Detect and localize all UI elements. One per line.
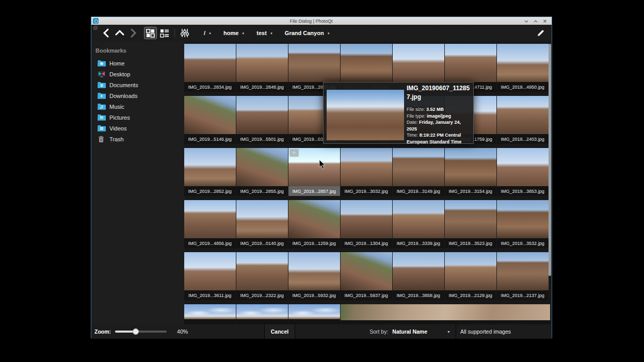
thumbnail-image bbox=[236, 44, 288, 82]
sidebar-item-home[interactable]: Home bbox=[95, 58, 184, 69]
thumbnail-cell[interactable] bbox=[184, 304, 236, 324]
thumbnail-cell[interactable]: IMG_2019...2848.jpg bbox=[236, 44, 288, 92]
minimize-icon[interactable] bbox=[524, 19, 529, 24]
thumbnail-label: IMG_2019...3149.jpg bbox=[393, 186, 444, 196]
close-icon[interactable] bbox=[542, 19, 548, 24]
folder-documents-icon bbox=[98, 81, 106, 89]
back-button[interactable] bbox=[100, 26, 113, 40]
thumbnail-label: IMG_2019...1259.jpg bbox=[288, 238, 340, 248]
thumbnail-cell[interactable]: IMG_2019...2137.jpg bbox=[497, 252, 549, 300]
thumbnail-cell[interactable] bbox=[341, 304, 550, 324]
thumbnail-cell[interactable]: IMG_2019...3853.jpg bbox=[497, 148, 549, 196]
toolbar: /▼home▼test▼Grand Canyon▼ bbox=[91, 25, 552, 41]
tooltip-preview-image bbox=[327, 90, 404, 140]
cancel-button[interactable]: Cancel bbox=[265, 324, 295, 339]
filter-selector[interactable]: All supported images bbox=[456, 324, 552, 339]
thumbnail-cell[interactable]: IMG_2019...3532.jpg bbox=[497, 200, 549, 248]
thumbnail-image bbox=[184, 44, 236, 82]
sidebar-item-desktop[interactable]: Desktop bbox=[95, 69, 184, 79]
breadcrumb-segment[interactable]: home bbox=[221, 30, 240, 36]
sidebar-item-trash[interactable]: Trash bbox=[95, 134, 184, 144]
sort-dropdown[interactable]: Sort by: Natural Name ▼ bbox=[295, 324, 456, 339]
tooltip-filename: IMG_20190607_112857.jpg bbox=[407, 84, 472, 102]
thumbnail-image bbox=[393, 148, 444, 186]
sidebar-item-downloads[interactable]: Downloads bbox=[95, 90, 184, 101]
folder-music-icon bbox=[98, 103, 106, 110]
zoom-slider-handle[interactable] bbox=[133, 328, 139, 335]
sidebar-item-label: Videos bbox=[109, 125, 126, 131]
sidebar-item-pictures[interactable]: Pictures bbox=[95, 112, 184, 123]
bookmarks-sidebar: Bookmarks HomeDesktopDocumentsDownloadsM… bbox=[91, 41, 184, 324]
thumbnail-cell[interactable]: IMG_2019...3523.jpg bbox=[445, 200, 496, 248]
thumbnail-cell[interactable]: IMG_2019...4856.jpg bbox=[184, 200, 236, 248]
thumbnail-cell[interactable] bbox=[288, 304, 340, 324]
chevron-down-icon[interactable]: ▼ bbox=[269, 31, 276, 35]
bookmarks-header: Bookmarks bbox=[95, 47, 184, 54]
chevron-down-icon[interactable]: ▼ bbox=[326, 31, 333, 35]
grid-view-icon bbox=[146, 29, 155, 38]
thumbnail-cell[interactable]: IMG_2019...3339.jpg bbox=[393, 200, 444, 248]
forward-button[interactable] bbox=[126, 26, 140, 40]
sidebar-item-label: Trash bbox=[109, 136, 124, 142]
thumbnail-image bbox=[341, 200, 392, 238]
thumbnail-image bbox=[341, 304, 550, 320]
thumbnail-image bbox=[497, 252, 549, 290]
sidebar-item-videos[interactable]: Videos bbox=[95, 123, 184, 134]
thumbnail-label: IMG_2019...2834.jpg bbox=[184, 82, 236, 92]
thumbnail-cell[interactable]: IMG_2019...3032.jpg bbox=[341, 148, 392, 196]
thumbnail-cell[interactable]: IMG_2019...2322.jpg bbox=[236, 252, 288, 300]
thumbnail-cell[interactable]: IMG_2019...5501.jpg bbox=[236, 96, 288, 144]
mouse-cursor bbox=[319, 159, 326, 172]
chevron-down-icon: ▼ bbox=[447, 330, 450, 334]
thumbnail-cell[interactable]: IMG_2019...3154.jpg bbox=[445, 148, 496, 196]
sort-value: Natural Name bbox=[392, 328, 427, 335]
breadcrumb-segment[interactable]: / bbox=[202, 30, 207, 36]
maximize-icon[interactable] bbox=[533, 19, 538, 24]
thumbnail-label: IMG_2019...2848.jpg bbox=[236, 82, 288, 92]
sliders-icon bbox=[180, 28, 189, 38]
breadcrumb-segment[interactable]: test bbox=[254, 30, 269, 36]
thumbnail-cell[interactable]: IMG_2019...5932.jpg bbox=[288, 252, 340, 300]
thumbnail-label: IMG_2019...3032.jpg bbox=[341, 186, 392, 196]
list-view-icon bbox=[160, 29, 169, 38]
thumbnail-label: IMG_2019...2852.jpg bbox=[184, 186, 236, 196]
thumbnail-cell[interactable] bbox=[236, 304, 288, 324]
titlebar[interactable]: File Dialog | PhotoQt bbox=[91, 17, 552, 25]
thumbnail-cell[interactable]: IMG_2019...5146.jpg bbox=[184, 96, 236, 144]
thumbnail-image bbox=[341, 148, 392, 186]
folder-downloads-icon bbox=[98, 92, 106, 100]
thumbnail-cell[interactable]: IMG_2019...2857.jpg+ bbox=[288, 148, 340, 196]
tooltip-field: File type: image/jpeg bbox=[407, 113, 472, 120]
chevron-down-icon[interactable]: ▼ bbox=[240, 31, 247, 35]
zoom-slider[interactable] bbox=[115, 331, 167, 333]
edit-path-button[interactable] bbox=[535, 27, 546, 39]
breadcrumb-segment[interactable]: Grand Canyon bbox=[283, 30, 326, 36]
thumbnail-cell[interactable]: IMG_2019...2403.jpg bbox=[497, 96, 549, 144]
sidebar-item-music[interactable]: Music bbox=[95, 101, 184, 112]
thumbnail-cell[interactable]: IMG_2019...2855.jpg bbox=[236, 148, 288, 196]
thumbnail-cell[interactable]: IMG_2019...5937.jpg bbox=[341, 252, 392, 300]
sidebar-item-documents[interactable]: Documents bbox=[95, 79, 184, 90]
thumbnail-cell[interactable]: IMG_2019...4950.jpg bbox=[497, 44, 549, 92]
up-button[interactable] bbox=[113, 26, 126, 40]
thumbnail-label: IMG_2019...3611.jpg bbox=[184, 290, 236, 300]
detach-icon[interactable] bbox=[93, 26, 98, 30]
add-select-icon[interactable]: + bbox=[289, 149, 299, 157]
thumbnail-cell[interactable]: IMG_2019...3858.jpg bbox=[393, 252, 444, 300]
thumbnail-cell[interactable]: IMG_2019...3611.jpg bbox=[184, 252, 236, 300]
thumbnail-cell[interactable]: IMG_2019...0140.jpg bbox=[236, 200, 288, 248]
thumbnail-cell[interactable]: IMG_2019...2852.jpg bbox=[184, 148, 236, 196]
settings-button[interactable] bbox=[178, 26, 191, 40]
vertical-scrollbar[interactable] bbox=[549, 44, 551, 276]
list-view-button[interactable] bbox=[158, 27, 171, 39]
thumbnail-image bbox=[288, 252, 340, 290]
thumbnail-cell[interactable]: IMG_2019...1259.jpg bbox=[288, 200, 340, 248]
thumbnail-cell[interactable]: IMG_2019...2129.jpg bbox=[445, 252, 496, 300]
grid-view-button[interactable] bbox=[144, 27, 157, 39]
thumbnail-cell[interactable]: IMG_2019...2834.jpg bbox=[184, 44, 236, 92]
thumbnail-image bbox=[184, 96, 236, 134]
thumbnail-cell[interactable]: IMG_2019...3149.jpg bbox=[393, 148, 444, 196]
thumbnail-cell[interactable]: IMG_2019...1304.jpg bbox=[341, 200, 392, 248]
tooltip-field: Date: Friday, January 24, 2025 bbox=[407, 119, 472, 132]
chevron-down-icon[interactable]: ▼ bbox=[207, 31, 214, 35]
